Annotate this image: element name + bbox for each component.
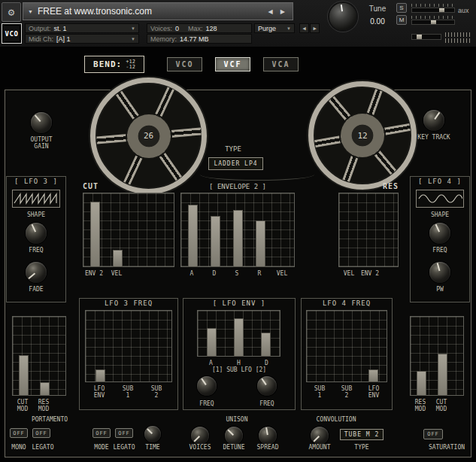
graph-column[interactable] bbox=[181, 193, 204, 266]
graph-column[interactable] bbox=[253, 311, 280, 356]
lfo3-mod-graph[interactable]: CUT MODRES MOD bbox=[12, 316, 66, 412]
graph-grid[interactable] bbox=[83, 193, 174, 267]
output-gain-knob[interactable] bbox=[31, 112, 52, 133]
sub-lfo1-freq-knob[interactable] bbox=[197, 376, 217, 396]
graph-grid[interactable] bbox=[410, 316, 464, 396]
unison-voices-knob[interactable] bbox=[191, 427, 209, 445]
instrument-menu-icon[interactable]: ▼ bbox=[28, 9, 33, 14]
graph-column[interactable] bbox=[226, 193, 249, 266]
convolution-amount-knob[interactable] bbox=[311, 427, 329, 445]
graph-grid[interactable] bbox=[338, 193, 399, 267]
graph-bar[interactable] bbox=[235, 319, 243, 356]
graph-bar[interactable] bbox=[189, 205, 197, 266]
graph-grid[interactable] bbox=[12, 316, 66, 396]
graph-column[interactable] bbox=[204, 193, 226, 266]
solo-button[interactable]: S bbox=[396, 3, 407, 13]
aux-label[interactable]: aux bbox=[458, 7, 469, 14]
unison-detune-knob[interactable] bbox=[225, 427, 243, 445]
graph-bar[interactable] bbox=[369, 370, 377, 381]
graph-column[interactable] bbox=[198, 311, 225, 356]
graph-column[interactable] bbox=[106, 193, 129, 266]
envelope2-graph[interactable]: ADSRVEL bbox=[180, 193, 295, 277]
graph-column[interactable] bbox=[34, 317, 55, 395]
output-select[interactable]: Output: st. 1 ▼ bbox=[25, 23, 139, 33]
graph-column[interactable] bbox=[83, 193, 106, 266]
graph-column[interactable] bbox=[333, 311, 359, 381]
graph-bar[interactable] bbox=[114, 251, 122, 266]
graph-bar[interactable] bbox=[211, 217, 220, 266]
unison-spread-knob[interactable] bbox=[259, 427, 277, 445]
graph-bar[interactable] bbox=[262, 333, 270, 356]
legato-toggle[interactable]: OFF bbox=[32, 428, 50, 438]
lfo4-freq-knob[interactable] bbox=[429, 223, 450, 244]
bend-range-control[interactable]: BEND: +12 -12 bbox=[84, 56, 144, 73]
midi-channel-select[interactable]: Midi Ch: [A] 1 ▼ bbox=[25, 34, 139, 44]
cutoff-wheel[interactable]: 26 bbox=[90, 78, 207, 194]
filter-type-select[interactable]: LADDER LP4 bbox=[208, 157, 263, 170]
graph-column[interactable] bbox=[307, 311, 333, 381]
graph-grid[interactable] bbox=[180, 193, 295, 267]
graph-column[interactable] bbox=[339, 193, 360, 266]
saturation-toggle[interactable]: OFF bbox=[423, 429, 443, 439]
lfo-env-graph[interactable]: AHD bbox=[197, 310, 280, 366]
next-page-button[interactable]: ▶ bbox=[310, 23, 320, 33]
portamento-legato-toggle[interactable]: OFF bbox=[115, 428, 133, 438]
graph-bar[interactable] bbox=[41, 383, 49, 395]
portamento-time-knob[interactable] bbox=[144, 426, 161, 442]
mute-button[interactable]: M bbox=[396, 15, 407, 25]
graph-bar[interactable] bbox=[256, 221, 265, 266]
graph-bar[interactable] bbox=[20, 356, 28, 395]
cut-mod-graph[interactable]: ENV 2VEL bbox=[83, 193, 174, 277]
graph-column[interactable] bbox=[249, 193, 271, 266]
lfo3-freq-graph[interactable]: LFO ENVSUB 1SUB 2 bbox=[85, 310, 172, 399]
graph-column[interactable] bbox=[271, 193, 294, 266]
graph-grid[interactable] bbox=[306, 310, 387, 382]
key-track-knob[interactable] bbox=[423, 110, 444, 131]
volume-slider[interactable] bbox=[411, 8, 455, 13]
prev-page-button[interactable]: ◀ bbox=[299, 23, 309, 33]
graph-column[interactable] bbox=[360, 193, 381, 266]
graph-column[interactable] bbox=[432, 317, 453, 395]
graph-bar[interactable] bbox=[438, 354, 447, 395]
graph-bar[interactable] bbox=[91, 202, 99, 266]
graph-column[interactable] bbox=[86, 311, 114, 381]
tab-vca[interactable]: VCA bbox=[263, 57, 299, 71]
purge-menu[interactable]: Purge ▼ bbox=[254, 23, 295, 33]
lfo3-freq-knob[interactable] bbox=[26, 223, 47, 244]
lfo4-freq-graph[interactable]: SUB 1SUB 2LFO ENV bbox=[306, 310, 387, 399]
mono-toggle[interactable]: OFF bbox=[10, 428, 28, 438]
edit-instrument-button[interactable]: ⚙ bbox=[2, 2, 21, 22]
lfo4-shape-display[interactable] bbox=[416, 190, 464, 208]
aux-send-slider-handle[interactable] bbox=[417, 35, 422, 39]
graph-bar[interactable] bbox=[234, 211, 242, 266]
lfo4-mod-graph[interactable]: RES MODCUT MOD bbox=[410, 316, 464, 412]
sub-lfo2-freq-knob[interactable] bbox=[257, 376, 277, 396]
lfo4-pw-knob[interactable] bbox=[429, 262, 450, 283]
volume-slider-handle[interactable] bbox=[439, 8, 444, 12]
graph-grid[interactable] bbox=[197, 310, 280, 357]
tab-vcf[interactable]: VCF bbox=[215, 57, 250, 71]
graph-column[interactable] bbox=[114, 311, 143, 381]
instrument-nav-arrows[interactable]: ◀ ▶ bbox=[268, 8, 288, 15]
instrument-titlebar[interactable]: ▼ FREE at www.tronsonic.com ◀ ▶ bbox=[23, 2, 293, 20]
tune-knob[interactable] bbox=[329, 3, 356, 30]
portamento-mode-toggle[interactable]: OFF bbox=[92, 428, 111, 438]
pan-slider-handle[interactable] bbox=[431, 20, 436, 24]
tab-vco[interactable]: VCO bbox=[167, 57, 202, 71]
graph-column[interactable] bbox=[143, 311, 171, 381]
lfo3-fade-knob[interactable] bbox=[26, 262, 47, 283]
graph-bar[interactable] bbox=[96, 370, 105, 381]
lfo3-shape-display[interactable] bbox=[12, 190, 60, 208]
graph-column[interactable] bbox=[225, 311, 252, 356]
graph-column[interactable] bbox=[360, 311, 387, 381]
aux-send-slider[interactable] bbox=[411, 34, 441, 40]
graph-column[interactable] bbox=[411, 317, 432, 395]
graph-bar[interactable] bbox=[208, 329, 216, 356]
graph-grid[interactable] bbox=[85, 310, 172, 382]
graph-column[interactable] bbox=[13, 317, 34, 395]
resonance-wheel[interactable]: 12 bbox=[308, 81, 417, 190]
graph-bar[interactable] bbox=[417, 372, 426, 395]
convolution-type-select[interactable]: TUBE M 2 bbox=[340, 429, 384, 440]
res-mod-graph[interactable]: VELENV 2 bbox=[338, 193, 399, 277]
pan-slider[interactable] bbox=[411, 20, 455, 25]
